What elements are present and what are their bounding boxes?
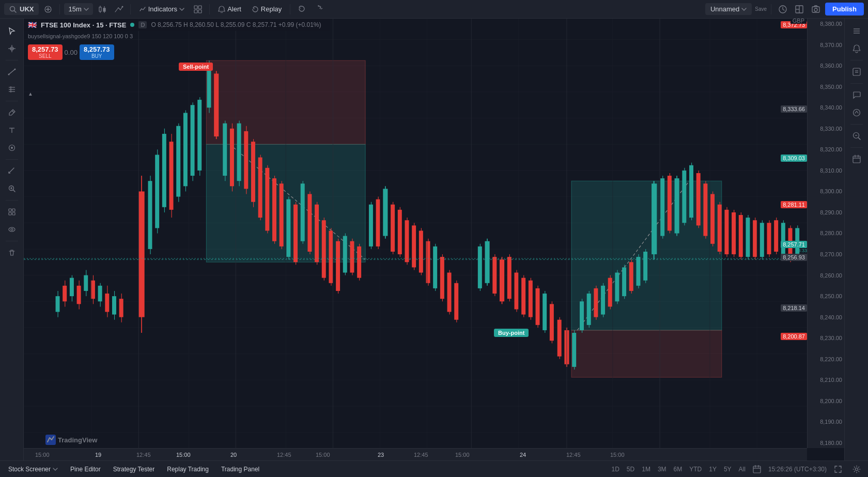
measure-btn[interactable]	[4, 163, 20, 179]
time-1500-5: 15:00	[610, 452, 625, 458]
svg-point-39	[11, 147, 13, 149]
svg-rect-188	[492, 257, 497, 294]
sell-button[interactable]: 8,257.73 SELL	[28, 44, 63, 60]
symbol-search[interactable]: UKX	[4, 3, 39, 15]
timeframe-selector[interactable]: 15m	[64, 3, 92, 15]
period-6m[interactable]: 6M	[671, 465, 686, 474]
svg-rect-134	[280, 183, 284, 247]
text-icon	[8, 126, 16, 134]
svg-rect-126	[251, 142, 255, 202]
alert-btn[interactable]: Alert	[214, 3, 245, 15]
price-8350: 8,350.00	[810, 84, 842, 90]
date-picker-icon	[753, 465, 761, 473]
trend-line-btn[interactable]	[4, 64, 20, 80]
svg-rect-46	[9, 209, 11, 211]
crosshair-btn[interactable]	[4, 40, 20, 57]
chart-area[interactable]: 🇬🇧 FTSE 100 Index · 15 · FTSE D O 8,256.…	[24, 19, 844, 460]
svg-rect-178	[440, 257, 444, 299]
publish-button[interactable]: Publish	[825, 3, 864, 16]
price-8280: 8,280.00	[810, 230, 842, 236]
replay-btn[interactable]: Replay	[247, 3, 286, 15]
indicators-btn[interactable]: Indicators	[135, 3, 189, 15]
bottom-settings-btn[interactable]	[849, 462, 864, 476]
svg-rect-164	[391, 205, 395, 252]
svg-rect-246	[703, 183, 707, 236]
buy-button[interactable]: 8,257.73 BUY	[80, 44, 114, 60]
add-symbol-btn[interactable]	[41, 2, 55, 17]
price-8380: 8,380.00	[810, 21, 842, 27]
expand-btn[interactable]: ▲	[28, 91, 33, 97]
currency-label: GBP	[791, 19, 807, 24]
zoom-reset-btn[interactable]	[848, 128, 865, 144]
svg-rect-48	[9, 212, 11, 215]
svg-line-299	[858, 138, 860, 140]
price-8190: 8,190.00	[810, 419, 842, 425]
trading-panel-btn[interactable]: Trading Panel	[217, 465, 264, 474]
cursor-tool-btn[interactable]	[4, 23, 20, 39]
rt-sep-3	[850, 124, 863, 125]
period-1d[interactable]: 1D	[609, 465, 623, 474]
fib-retracement-btn[interactable]	[4, 81, 20, 98]
indicator-label: buysellsignal-yashgode9 150 120 100 0 3	[28, 33, 133, 39]
svg-rect-210	[572, 333, 576, 367]
templates-btn[interactable]	[191, 2, 205, 17]
svg-rect-118	[223, 124, 227, 176]
screenshot-btn[interactable]	[809, 2, 823, 17]
svg-rect-202	[542, 294, 547, 330]
svg-rect-204	[550, 304, 554, 341]
replay-trading-btn[interactable]: Replay Trading	[163, 465, 213, 474]
svg-rect-242	[689, 165, 693, 218]
indicators-chevron-icon	[179, 8, 184, 11]
period-5y[interactable]: 5Y	[721, 465, 735, 474]
time-1245-4: 12:45	[566, 452, 581, 458]
bottom-expand-btn[interactable]	[831, 462, 845, 476]
shape-btn[interactable]	[4, 140, 20, 156]
svg-rect-114	[207, 66, 211, 107]
period-ytd[interactable]: YTD	[686, 465, 705, 474]
data-window-btn[interactable]	[848, 64, 865, 80]
period-1y[interactable]: 1Y	[706, 465, 720, 474]
calendar-btn[interactable]	[848, 151, 865, 167]
community-btn[interactable]	[848, 87, 865, 103]
chart-objects-btn[interactable]	[4, 204, 20, 220]
svg-rect-222	[615, 273, 619, 302]
zoom-btn[interactable]	[4, 180, 20, 197]
svg-rect-168	[405, 220, 409, 262]
price-label-8218: 8,218.14	[781, 304, 807, 312]
trade-panel-btn[interactable]	[848, 104, 865, 121]
candle-type-btn[interactable]	[95, 2, 110, 17]
pine-editor-btn[interactable]: Pine Editor	[66, 465, 105, 474]
sep3	[209, 4, 210, 14]
period-3m[interactable]: 3M	[655, 465, 670, 474]
svg-rect-104	[169, 142, 174, 210]
sidebar-watchlist-btn[interactable]	[848, 23, 865, 39]
text-tool-btn[interactable]	[4, 122, 20, 139]
svg-rect-172	[419, 230, 423, 272]
svg-rect-230	[643, 252, 647, 281]
date-range-btn[interactable]	[750, 462, 764, 476]
objects-icon	[8, 208, 16, 216]
svg-rect-174	[426, 241, 430, 283]
period-1m[interactable]: 1M	[639, 465, 654, 474]
watchlist-btn[interactable]	[776, 2, 790, 17]
brush-btn[interactable]	[4, 104, 20, 121]
svg-rect-190	[500, 259, 504, 301]
time-19: 19	[95, 452, 101, 458]
trash-btn[interactable]	[4, 244, 20, 261]
redo-btn[interactable]	[311, 2, 326, 17]
price-8320: 8,320.00	[810, 146, 842, 152]
svg-rect-138	[293, 205, 298, 262]
period-all[interactable]: All	[736, 465, 749, 474]
visibility-btn[interactable]	[4, 221, 20, 238]
sell-label-text: SELL	[32, 53, 58, 59]
compare-btn[interactable]	[112, 2, 126, 17]
undo-btn[interactable]	[295, 2, 309, 17]
sidebar-alerts-btn[interactable]	[848, 40, 865, 57]
save-label-area: Save	[755, 6, 767, 12]
svg-rect-140	[301, 183, 305, 241]
stock-screener-btn[interactable]: Stock Screener	[4, 465, 62, 474]
strategy-tester-btn[interactable]: Strategy Tester	[109, 465, 159, 474]
unnamed-btn[interactable]: Unnamed	[705, 3, 752, 15]
layout-btn[interactable]	[792, 2, 807, 17]
period-5d[interactable]: 5D	[624, 465, 638, 474]
